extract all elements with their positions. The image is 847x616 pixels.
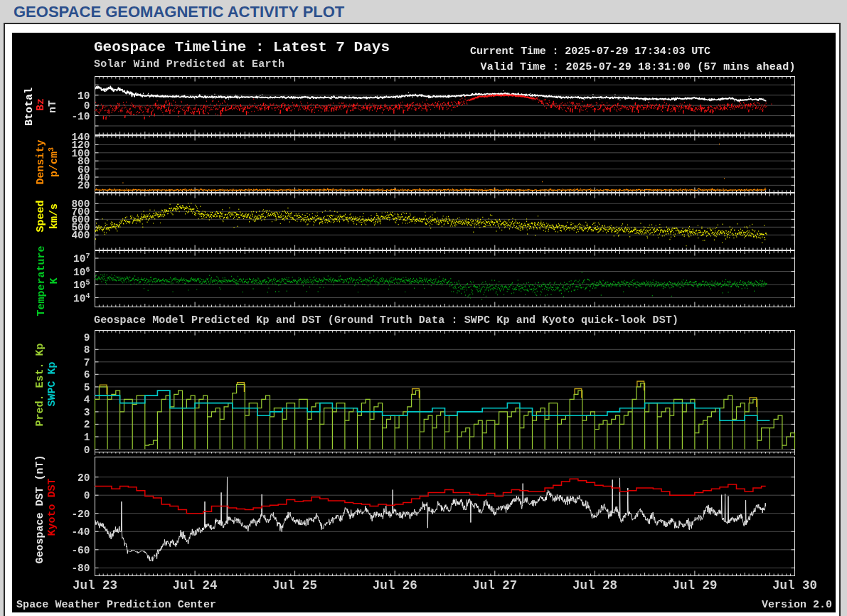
svg-text:3: 3 [84,407,90,418]
svg-text:106: 106 [73,265,90,278]
svg-text:Btotal: Btotal [23,87,36,126]
svg-text:104: 104 [73,292,90,304]
svg-text:-10: -10 [71,111,90,122]
svg-text:-40: -40 [71,526,90,538]
svg-text:Version 2.0: Version 2.0 [762,599,832,611]
svg-text:Jul 29: Jul 29 [672,578,717,593]
svg-text:Jul 26: Jul 26 [373,578,417,593]
svg-text:7: 7 [84,357,90,368]
svg-text:Solar Wind Predicted at Earth: Solar Wind Predicted at Earth [94,58,284,70]
svg-text:SWPC Kp: SWPC Kp [46,361,58,406]
svg-text:-20: -20 [71,509,90,520]
svg-text:Geospace Model Predicted Kp an: Geospace Model Predicted Kp and DST (Gro… [94,314,678,326]
svg-text:Jul 25: Jul 25 [272,578,317,593]
svg-text:nT: nT [47,100,59,113]
svg-text:-60: -60 [71,545,90,556]
svg-text:Bz: Bz [35,98,47,111]
svg-text:105: 105 [73,279,90,292]
svg-text:8: 8 [84,344,90,356]
svg-text:107: 107 [73,253,90,265]
svg-text:p/cm3: p/cm3 [47,147,60,177]
svg-text:K: K [48,277,60,284]
svg-text:Jul 27: Jul 27 [472,578,517,593]
svg-text:1: 1 [84,432,90,443]
svg-text:Current Time : 2025-07-29 17:3: Current Time : 2025-07-29 17:34:03 UTC [470,46,710,58]
svg-text:km/s: km/s [48,203,60,229]
svg-text:Density: Density [35,139,47,184]
svg-text:20: 20 [78,472,90,484]
svg-text:Geospace DST (nT): Geospace DST (nT) [34,455,46,563]
svg-text:0: 0 [84,445,90,456]
svg-text:Jul 30: Jul 30 [772,578,817,593]
svg-text:9: 9 [84,332,90,344]
svg-text:Geospace Timeline : Latest 7 D: Geospace Timeline : Latest 7 Days [94,39,390,55]
svg-text:4: 4 [84,394,90,405]
svg-text:Pred. Est. Kp: Pred. Est. Kp [34,343,46,426]
svg-text:Space Weather Prediction Cente: Space Weather Prediction Center [16,599,216,611]
svg-text:Jul 24: Jul 24 [173,578,218,593]
svg-text:Jul 23: Jul 23 [73,578,117,593]
svg-text:2: 2 [84,419,90,430]
svg-text:20: 20 [78,180,90,191]
svg-text:400: 400 [71,230,90,241]
svg-text:Kyoto DST: Kyoto DST [46,478,58,536]
svg-text:5: 5 [84,382,90,393]
svg-text:Jul 28: Jul 28 [572,578,617,593]
svg-text:Speed: Speed [35,200,47,232]
svg-text:Temperature: Temperature [36,245,48,316]
svg-text:6: 6 [84,369,90,381]
svg-text:Valid Time : 2025-07-29 18:31:: Valid Time : 2025-07-29 18:31:00 (57 min… [481,61,796,73]
svg-text:0: 0 [84,490,90,501]
svg-text:-80: -80 [71,563,90,574]
